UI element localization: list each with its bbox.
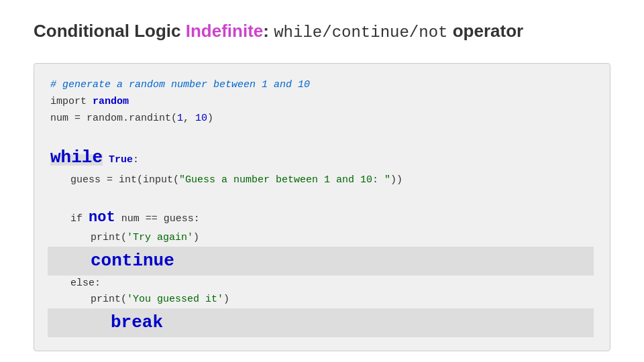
- title-prefix: Conditional Logic: [34, 21, 186, 41]
- code-line-while: while True:: [50, 143, 594, 172]
- code-line-print2: print('You guessed it'): [50, 292, 594, 308]
- title-suffix: operator: [447, 21, 523, 41]
- code-line-continue: continue: [48, 247, 594, 276]
- code-line-guess: guess = int(input("Guess a number betwee…: [50, 172, 594, 189]
- code-line-if: if not num == guess:: [50, 206, 594, 230]
- code-line-else: else:: [50, 276, 594, 292]
- page-title: Conditional Logic Indefinite: while/cont…: [34, 20, 610, 43]
- code-line-print1: print('Try again'): [50, 230, 594, 247]
- code-line-comment: # generate a random number between 1 and…: [50, 77, 594, 94]
- title-highlight: Indefinite: [186, 21, 264, 41]
- page: Conditional Logic Indefinite: while/cont…: [0, 0, 644, 362]
- code-line-break: break: [48, 308, 594, 337]
- code-line-blank1: [50, 127, 594, 143]
- code-line-num: num = random.randint(1, 10): [50, 111, 594, 127]
- code-line-import: import random: [50, 94, 594, 111]
- title-separator: :: [263, 21, 274, 41]
- code-block: # generate a random number between 1 and…: [34, 63, 610, 351]
- code-line-blank2: [50, 189, 594, 206]
- title-mono: while/continue/not: [274, 23, 447, 42]
